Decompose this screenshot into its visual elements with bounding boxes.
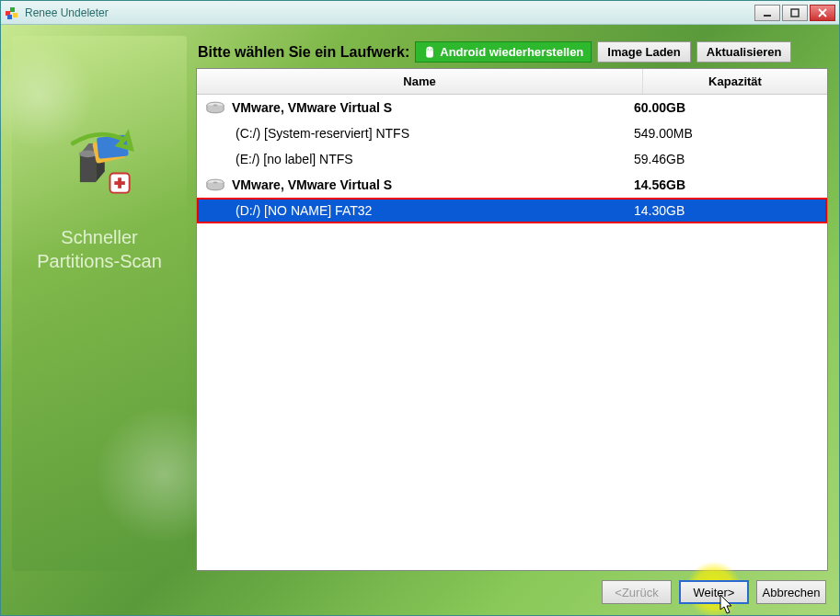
drive-name: (C:/) [System-reserviert] NTFS	[236, 126, 409, 141]
name-cell: VMware, VMware Virtual S	[206, 100, 634, 115]
sidebar: Schneller Partitions-Scan	[12, 36, 187, 571]
svg-point-15	[432, 48, 432, 49]
window-controls	[754, 5, 835, 21]
name-cell: (C:/) [System-reserviert] NTFS	[206, 126, 634, 141]
svg-rect-1	[10, 7, 15, 12]
maximize-button[interactable]	[782, 5, 808, 21]
capacity-cell: 60.00GB	[634, 100, 818, 115]
drive-name: (D:/) [NO NAME] FAT32	[236, 203, 372, 218]
drive-list[interactable]: Name Kapazität VMware, VMware Virtual S6…	[196, 68, 828, 571]
capacity-cell: 14.56GB	[634, 177, 818, 192]
content-area: Schneller Partitions-Scan Bitte wählen S…	[1, 25, 839, 615]
svg-point-17	[213, 105, 218, 107]
back-button: <Zurück	[602, 580, 672, 604]
partition-row[interactable]: (D:/) [NO NAME] FAT3214.30GB	[197, 198, 827, 223]
disk-row[interactable]: VMware, VMware Virtual S14.56GB	[197, 172, 827, 198]
name-cell: (E:/) [no label] NTFS	[206, 152, 634, 166]
svg-rect-5	[791, 9, 799, 17]
partition-scan-icon	[55, 119, 144, 207]
main-row: Schneller Partitions-Scan Bitte wählen S…	[12, 36, 828, 571]
capacity-cell: 549.00MB	[634, 126, 818, 141]
partition-row[interactable]: (C:/) [System-reserviert] NTFS549.00MB	[197, 120, 827, 146]
drive-name: (E:/) [no label] NTFS	[236, 152, 353, 166]
column-name-header[interactable]: Name	[197, 69, 643, 94]
column-capacity-header[interactable]: Kapazität	[643, 69, 827, 94]
titlebar: Renee Undeleter	[1, 1, 839, 25]
footer: <Zurück Weiter> Abbrechen	[12, 571, 828, 604]
next-button[interactable]: Weiter>	[679, 580, 749, 604]
partition-row[interactable]: (E:/) [no label] NTFS59.46GB	[197, 146, 827, 172]
disk-icon	[206, 178, 224, 191]
app-window: Renee Undeleter	[0, 0, 840, 616]
prompt-text: Bitte wählen Sie ein Laufwerk:	[198, 44, 409, 61]
android-restore-button[interactable]: Android wiederherstellen	[415, 41, 592, 63]
app-icon	[5, 6, 19, 20]
android-restore-label: Android wiederherstellen	[440, 45, 583, 59]
cancel-button[interactable]: Abbrechen	[756, 580, 826, 604]
window-title: Renee Undeleter	[25, 6, 754, 19]
sidebar-label-line2: Partitions-Scan	[37, 249, 162, 273]
sidebar-label: Schneller Partitions-Scan	[37, 225, 162, 273]
list-header: Name Kapazität	[197, 69, 827, 95]
name-cell: (D:/) [NO NAME] FAT32	[206, 203, 634, 218]
drive-name: VMware, VMware Virtual S	[232, 177, 392, 192]
refresh-button[interactable]: Aktualisieren	[696, 41, 792, 63]
disk-row[interactable]: VMware, VMware Virtual S60.00GB	[197, 95, 827, 120]
image-load-button[interactable]: Image Laden	[597, 41, 690, 63]
right-panel: Bitte wählen Sie ein Laufwerk: Android w…	[196, 36, 828, 571]
drive-name: VMware, VMware Virtual S	[232, 100, 392, 115]
minimize-button[interactable]	[754, 5, 780, 21]
name-cell: VMware, VMware Virtual S	[206, 177, 634, 192]
svg-point-19	[213, 182, 218, 184]
capacity-cell: 59.46GB	[634, 152, 818, 166]
capacity-cell: 14.30GB	[634, 203, 818, 218]
svg-rect-2	[13, 13, 17, 17]
toolbar: Bitte wählen Sie ein Laufwerk: Android w…	[196, 36, 828, 68]
close-button[interactable]	[810, 5, 835, 21]
android-icon	[423, 46, 436, 59]
sidebar-label-line1: Schneller	[37, 225, 162, 249]
svg-rect-3	[7, 15, 12, 19]
disk-icon	[206, 101, 224, 114]
svg-point-14	[428, 48, 429, 49]
